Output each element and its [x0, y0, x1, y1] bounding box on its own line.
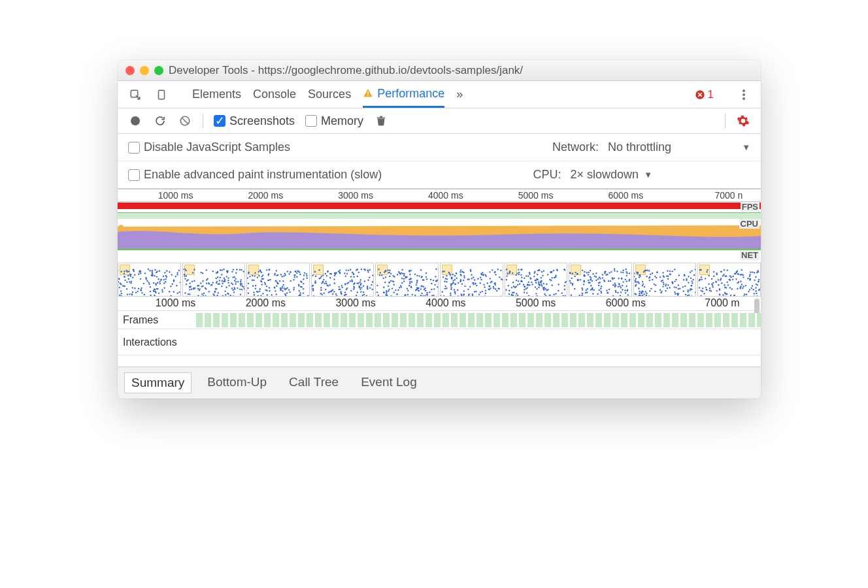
- screenshot-thumbnails[interactable]: [118, 262, 761, 297]
- disable-js-checkbox[interactable]: Disable JavaScript Samples: [128, 140, 290, 154]
- device-toggle-icon[interactable]: [154, 88, 169, 102]
- svg-rect-1336: [743, 286, 745, 287]
- svg-rect-1009: [610, 280, 611, 282]
- overview-ruler[interactable]: 1000 ms 2000 ms 3000 ms 4000 ms 5000 ms …: [118, 189, 761, 202]
- svg-rect-1325: [747, 278, 748, 279]
- thumbnail[interactable]: [375, 263, 439, 297]
- tab-call-tree[interactable]: Call Tree: [282, 372, 345, 393]
- svg-rect-658: [381, 274, 383, 276]
- clear-icon[interactable]: [178, 114, 192, 128]
- svg-rect-897: [546, 274, 548, 276]
- svg-rect-1213: [687, 295, 688, 296]
- svg-rect-470: [312, 295, 314, 297]
- svg-rect-266: [239, 269, 241, 270]
- thumbnail[interactable]: [633, 263, 697, 297]
- svg-rect-1218: [677, 288, 679, 290]
- trash-icon[interactable]: [374, 114, 388, 128]
- svg-rect-222: [242, 270, 244, 272]
- svg-rect-581: [397, 274, 399, 276]
- error-badge[interactable]: 1: [695, 88, 714, 101]
- svg-rect-738: [457, 289, 459, 291]
- enable-paint-checkbox[interactable]: Enable advanced paint instrumentation (s…: [128, 168, 382, 182]
- tab-performance[interactable]: Performance: [363, 81, 444, 108]
- thumbnail[interactable]: [697, 263, 761, 297]
- svg-rect-1194: [689, 289, 690, 291]
- svg-rect-916: [516, 272, 518, 274]
- reload-icon[interactable]: [153, 114, 167, 128]
- svg-rect-1035: [619, 286, 620, 287]
- svg-rect-828: [452, 280, 454, 282]
- svg-rect-1068: [620, 291, 622, 293]
- close-icon[interactable]: [125, 66, 135, 75]
- inspect-icon[interactable]: [128, 88, 142, 102]
- record-icon[interactable]: [128, 114, 142, 128]
- svg-rect-74: [129, 275, 131, 277]
- svg-rect-585: [388, 269, 389, 270]
- svg-rect-324: [261, 278, 263, 280]
- svg-rect-753: [471, 278, 473, 280]
- thumbnail[interactable]: [505, 263, 568, 297]
- minimize-icon[interactable]: [140, 66, 149, 75]
- flamechart-ruler[interactable]: 1000 ms 2000 ms 3000 ms 4000 ms 5000 ms …: [118, 297, 761, 310]
- net-lane[interactable]: NET: [118, 250, 761, 262]
- svg-rect-24: [129, 281, 131, 283]
- svg-rect-401: [303, 296, 305, 297]
- thumbnail[interactable]: [569, 263, 632, 297]
- svg-rect-394: [253, 291, 255, 293]
- svg-rect-1216: [691, 280, 692, 282]
- memory-checkbox[interactable]: Memory: [305, 114, 363, 128]
- svg-rect-989: [505, 269, 507, 270]
- tab-event-log[interactable]: Event Log: [354, 372, 424, 393]
- thumbnail[interactable]: [246, 263, 310, 297]
- gear-icon[interactable]: [736, 114, 750, 128]
- svg-rect-904: [563, 285, 565, 286]
- svg-rect-399: [252, 285, 254, 287]
- svg-rect-44: [150, 295, 152, 297]
- svg-rect-831: [470, 270, 472, 272]
- tab-elements[interactable]: Elements: [192, 81, 241, 108]
- svg-rect-389: [300, 286, 301, 287]
- cpu-throttle-select[interactable]: CPU: 2× slowdown ▼: [533, 168, 652, 182]
- svg-rect-974: [544, 288, 546, 290]
- svg-rect-654: [435, 276, 437, 278]
- tab-summary[interactable]: Summary: [124, 372, 192, 393]
- cpu-lane[interactable]: CPU: [118, 219, 761, 250]
- fps-lane[interactable]: FPS: [118, 202, 761, 219]
- maximize-icon[interactable]: [154, 66, 163, 75]
- thumbnail[interactable]: [182, 263, 246, 297]
- tab-console[interactable]: Console: [253, 81, 296, 108]
- svg-rect-300: [303, 283, 304, 284]
- svg-rect-968: [551, 284, 553, 286]
- svg-rect-53: [124, 270, 125, 272]
- screenshots-checkbox[interactable]: ✓ Screenshots: [214, 114, 295, 128]
- tab-bottom-up[interactable]: Bottom-Up: [201, 372, 273, 393]
- thumbnail[interactable]: [311, 263, 375, 297]
- svg-rect-929: [538, 287, 539, 288]
- network-throttle-select[interactable]: Network: No throttling ▼: [552, 140, 750, 154]
- interactions-row[interactable]: Interactions: [118, 329, 761, 355]
- svg-rect-1368: [712, 286, 714, 288]
- svg-rect-727: [450, 285, 452, 287]
- svg-rect-1407: [754, 293, 756, 295]
- svg-rect-234: [200, 272, 201, 273]
- svg-rect-224: [216, 281, 217, 282]
- thumbnail[interactable]: [440, 263, 503, 297]
- thumbnail[interactable]: [118, 263, 181, 297]
- svg-rect-1084: [607, 292, 608, 293]
- svg-rect-912: [533, 276, 535, 278]
- svg-rect-378: [254, 296, 256, 297]
- svg-rect-444: [334, 274, 335, 276]
- svg-rect-162: [239, 284, 241, 286]
- kebab-icon[interactable]: [743, 93, 745, 96]
- tabs-overflow[interactable]: »: [456, 81, 463, 108]
- frames-bar[interactable]: [196, 313, 761, 327]
- frames-row[interactable]: Frames: [118, 310, 761, 329]
- svg-rect-474: [358, 282, 359, 284]
- svg-rect-1095: [626, 285, 627, 287]
- svg-rect-1288: [756, 287, 758, 289]
- svg-rect-995: [629, 272, 631, 274]
- svg-rect-370: [280, 274, 282, 276]
- svg-rect-835: [473, 284, 474, 285]
- tab-sources[interactable]: Sources: [308, 81, 351, 108]
- svg-rect-289: [185, 275, 187, 277]
